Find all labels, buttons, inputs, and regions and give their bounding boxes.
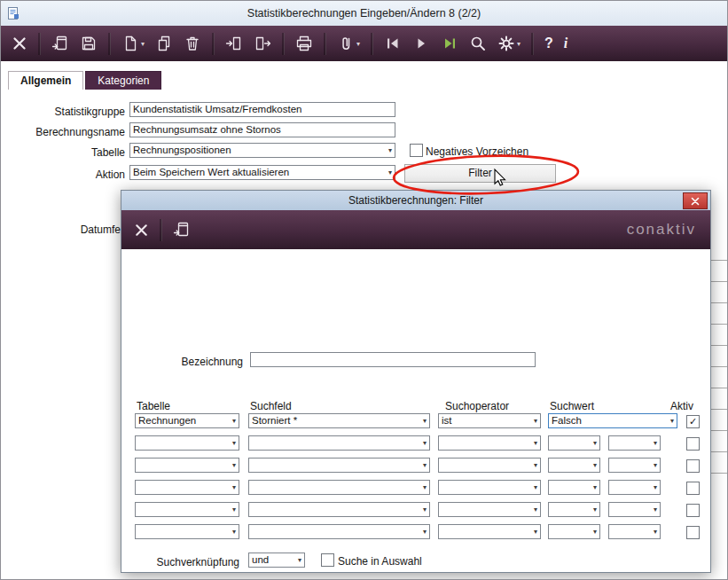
suchwert-combo[interactable]: ▾ [608,458,661,473]
suchfeld-combo[interactable]: ▾ [248,480,430,495]
new-record-icon[interactable]: ▾ [121,34,145,53]
first-record-icon[interactable] [384,34,402,53]
chevron-down-icon: ▾ [534,502,537,515]
suchoperator-combo[interactable]: ▾ [438,502,541,517]
chevron-down-icon: ▾ [356,40,360,48]
chevron-down-icon: ▾ [423,413,427,427]
chevron-down-icon: ▾ [593,458,597,471]
combo-value: Storniert * [252,415,297,426]
apply-icon[interactable] [51,34,69,53]
suchwert-combo[interactable]: ▾ [548,480,600,495]
suchwert-combo[interactable]: ▾ [548,502,600,517]
suchwert-combo[interactable]: ▾ [608,435,661,451]
tabelle-combo[interactable]: ▾ [135,435,239,451]
dialog-body: Bezeichnung Tabelle Suchfeld Suchoperato… [121,249,710,572]
tabelle-combo[interactable]: ▾ [135,480,239,495]
suchwert-combo[interactable]: ▾ [548,458,600,473]
import-icon[interactable] [225,34,243,53]
help-icon[interactable]: ? [544,34,553,53]
tabelle-combo[interactable]: ▾ [135,502,239,517]
suche-in-auswahl-checkbox[interactable] [321,553,334,567]
berechnungsname-label: Berechnungsname [1,126,125,138]
aktiv-checkbox[interactable] [686,459,700,473]
negatives-vorzeichen-label: Negatives Vorzeichen [426,145,528,158]
aktion-combo[interactable]: Beim Speichern Wert aktualisieren ▾ [129,165,395,180]
tabelle-combo[interactable]: Rechnungspositionen ▾ [129,143,395,158]
column-header-suchoperator: Suchoperator [445,400,509,412]
settings-icon[interactable]: ▾ [497,34,521,53]
suchwert-combo[interactable]: ▾ [608,502,661,517]
window-title: Statistikberechnungen Eingeben/Ändern 8 … [247,7,481,20]
tabelle-combo[interactable]: ▾ [135,524,239,539]
suchoperator-combo[interactable]: ▾ [438,435,541,451]
main-window: Statistikberechnungen Eingeben/Ändern 8 … [0,0,728,580]
combo-value: Beim Speichern Wert aktualisieren [133,167,289,177]
aktiv-checkbox[interactable] [686,504,700,517]
aktiv-checkbox[interactable] [686,437,700,451]
chevron-down-icon: ▾ [232,502,236,515]
save-icon[interactable] [80,34,98,53]
datumfeld-label: Datumfe [1,223,121,236]
negatives-vorzeichen-checkbox[interactable] [410,144,423,157]
dialog-close-button[interactable] [683,192,708,209]
suchoperator-combo[interactable]: ▾ [438,524,541,539]
chevron-down-icon: ▾ [670,413,674,427]
chevron-down-icon: ▾ [534,480,537,493]
tabelle-label: Tabelle [1,146,125,159]
next-record-icon[interactable] [412,34,430,53]
chevron-down-icon: ▾ [534,458,537,471]
chevron-down-icon: ▾ [232,435,236,449]
filter-button[interactable]: Filter [404,164,556,183]
filter-dialog: Statistikberechnungen: Filter conaktiv B… [121,190,711,573]
toolbar-separator [160,219,162,241]
apply-icon[interactable] [173,220,191,239]
suchfeld-combo[interactable]: Storniert *▾ [248,413,430,428]
chevron-down-icon: ▾ [593,480,597,493]
suchwert-combo[interactable]: ▾ [608,480,661,495]
toolbar-separator [531,33,534,55]
close-icon[interactable] [134,220,149,239]
statistikgruppe-input[interactable]: Kundenstatistik Umsatz/Fremdkosten [129,102,395,117]
aktiv-checkbox[interactable] [686,526,700,539]
combo-value: ist [442,415,452,426]
info-icon[interactable]: i [564,34,568,53]
suchoperator-combo[interactable]: ▾ [438,480,541,495]
tab-kategorien[interactable]: Kategorien [85,71,161,90]
app-icon [6,6,20,20]
chevron-down-icon: ▾ [232,524,236,537]
chevron-down-icon: ▾ [141,40,145,48]
search-icon[interactable] [469,34,487,53]
export-icon[interactable] [254,34,271,53]
suchwert-combo[interactable]: ▾ [608,524,661,539]
duplicate-icon[interactable] [155,34,173,53]
suchoperator-combo[interactable]: ist▾ [438,413,541,428]
suchfeld-combo[interactable]: ▾ [248,524,430,539]
suchwert-combo[interactable]: ▾ [548,435,600,451]
aktiv-checkbox[interactable]: ✓ [686,415,700,428]
bezeichnung-input[interactable] [250,352,536,367]
toolbar-separator [371,33,373,55]
tabelle-combo[interactable]: Rechnungen▾ [135,413,239,428]
suchoperator-combo[interactable]: ▾ [438,458,541,473]
suchfeld-combo[interactable]: ▾ [248,435,430,451]
close-icon[interactable] [12,34,27,53]
attachment-icon[interactable]: ▾ [337,34,360,53]
berechnungsname-input[interactable]: Rechnungsumsatz ohne Stornos [129,122,395,137]
suchfeld-combo[interactable]: ▾ [248,502,430,517]
tab-allgemein[interactable]: Allgemein [8,71,83,90]
print-icon[interactable] [295,34,313,53]
combo-value: Rechnungspositionen [133,145,231,155]
bezeichnung-label: Bezeichnung [121,356,243,368]
suchwert-combo[interactable]: Falsch▾ [548,413,677,428]
delete-icon[interactable] [184,34,201,53]
suchverknuepfung-combo[interactable]: und ▾ [248,553,305,568]
chevron-down-icon: ▾ [423,502,427,515]
chevron-down-icon: ▾ [517,40,521,48]
suchfeld-combo[interactable]: ▾ [248,458,430,473]
tabelle-combo[interactable]: ▾ [135,458,239,473]
last-record-icon[interactable] [441,34,458,53]
chevron-down-icon: ▾ [654,458,657,471]
suchwert-combo[interactable]: ▾ [548,524,600,539]
chevron-down-icon: ▾ [593,524,597,537]
aktiv-checkbox[interactable] [686,482,700,495]
